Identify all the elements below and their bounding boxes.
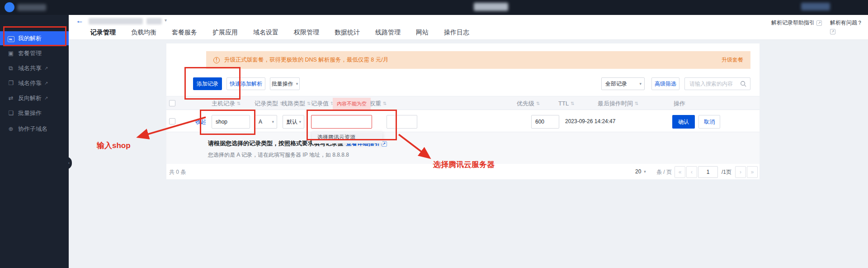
sort-icon[interactable]: ⇅ — [635, 101, 638, 106]
redacted-topbar-search — [474, 3, 508, 11]
share-icon: ⧉ — [7, 65, 14, 72]
search-box — [684, 77, 750, 90]
help-guide-link-wrap: 解析记录帮助指引 ↗ — [771, 18, 822, 27]
globe-icon: ⊕ — [7, 125, 14, 132]
tab-bar: 记录管理 负载均衡 套餐服务 扩展应用 域名设置 权限管理 数据统计 线路管理 … — [90, 25, 469, 40]
batch-operation-dropdown[interactable]: 批量操作 ▾ — [270, 77, 300, 90]
sidebar-item-my-dns[interactable]: w. 我的解析 — [0, 31, 69, 45]
plan-icon: ▣ — [7, 50, 14, 57]
record-value-input[interactable] — [311, 115, 372, 129]
annotation-note-host: 输入shop — [97, 140, 131, 151]
sidebar-item-plan-management[interactable]: ▣ 套餐管理 — [0, 46, 69, 60]
sidebar-item-collaborative-subdomain[interactable]: ⊕ 协作子域名 — [0, 122, 69, 136]
tab-domain-settings[interactable]: 域名设置 — [253, 29, 278, 37]
tab-permission-management[interactable]: 权限管理 — [294, 29, 319, 37]
record-filter-dropdown[interactable]: 全部记录 ▾ — [601, 77, 645, 90]
col-record-value: 记录值⇅ — [311, 96, 334, 110]
quick-add-button[interactable]: 快速添加解析 — [226, 77, 265, 90]
record-filter-label: 全部记录 — [605, 80, 627, 88]
col-last-operation-time: 最后操作时间⇅ — [598, 96, 638, 110]
redacted-brand-text — [17, 4, 46, 11]
redacted-domain-name — [89, 18, 143, 24]
next-page-button[interactable]: › — [735, 166, 746, 178]
col-host-record: 主机记录⇅ — [212, 96, 241, 110]
cancel-button[interactable]: 取消 — [698, 115, 720, 129]
sidebar-item-label: 批量操作 — [18, 109, 42, 117]
sidebar-item-label: 域名共享 — [18, 64, 42, 72]
cloud-logo-icon — [5, 2, 14, 12]
tab-operation-log[interactable]: 操作日志 — [444, 29, 469, 37]
advanced-filter-button[interactable]: 高级筛选 — [651, 77, 679, 90]
hint-line2: 您选择的是 A 记录，请在此填写服务器 IP 地址，如 8.8.8.8 — [208, 151, 349, 159]
reverse-icon: ⇄ — [7, 95, 14, 101]
sort-icon[interactable]: ⇅ — [383, 101, 387, 106]
sidebar-item-domain-parking[interactable]: ❐ 域名停靠 ↗ — [0, 76, 69, 90]
tab-website[interactable]: 网站 — [416, 29, 429, 37]
table-header: 主机记录⇅ 记录类型⇅ 线路类型⇅ 记录值⇅ 权重⇅ 优先级⇅ TTL⇅ 最后操… — [166, 96, 760, 110]
sidebar-item-label: 协作子域名 — [18, 125, 47, 133]
redacted-topbar-account — [801, 3, 830, 10]
sort-icon[interactable]: ⇅ — [307, 101, 311, 106]
record-type-select[interactable]: A ▾ — [255, 115, 277, 129]
sort-icon[interactable]: ⇅ — [237, 101, 241, 106]
external-link-icon: ↗ — [44, 66, 48, 71]
external-link-icon: ↗ — [830, 29, 835, 34]
sort-icon[interactable]: ⇅ — [536, 101, 540, 106]
upgrade-plan-link[interactable]: 升级套餐 — [722, 56, 743, 64]
prev-page-button[interactable]: ‹ — [686, 166, 697, 178]
weight-input[interactable] — [387, 115, 417, 129]
line-type-value: 默认 — [287, 118, 297, 126]
tab-record-management[interactable]: 记录管理 — [90, 29, 116, 37]
annotation-note-resource: 选择腾讯云服务器 — [433, 159, 495, 170]
collapse-row-link[interactable]: 收起 — [195, 118, 206, 126]
chevron-down-icon: ▾ — [296, 81, 298, 86]
sidebar-item-batch-operation[interactable]: ❏ 批量操作 — [0, 106, 69, 120]
sidebar-item-label: 套餐管理 — [18, 49, 42, 57]
batch-operation-label: 批量操作 — [272, 80, 293, 88]
issue-link-wrap: 解析有问题？ ↗ — [830, 18, 868, 35]
chevron-down-icon: ▾ — [272, 120, 274, 124]
domain-switch-caret-icon[interactable]: ▾ — [165, 18, 167, 23]
select-all-checkbox[interactable] — [169, 100, 175, 106]
dnspod-mark-icon: w. — [7, 35, 14, 42]
page-size-select[interactable]: 20 ▾ — [635, 166, 646, 177]
sidebar-collapse-handle[interactable]: ‹ — [66, 157, 72, 169]
sidebar-item-domain-sharing[interactable]: ⧉ 域名共享 ↗ — [0, 61, 69, 75]
ttl-input[interactable] — [531, 115, 559, 129]
upgrade-banner: ! 升级正式版套餐，获得更极致的 DNS 解析服务，最低仅需 8 元/月 升级套… — [206, 51, 750, 69]
page-number-input[interactable] — [698, 166, 718, 178]
chevron-down-icon: ▾ — [639, 81, 642, 86]
first-page-button[interactable]: « — [675, 166, 685, 178]
chevron-down-icon: ▾ — [299, 120, 301, 124]
top-navbar — [0, 0, 868, 15]
tab-line-management[interactable]: 线路管理 — [375, 29, 401, 37]
search-icon[interactable] — [740, 81, 746, 87]
line-type-select[interactable]: 默认 ▾ — [283, 115, 304, 129]
chevron-down-icon: ▾ — [644, 169, 646, 174]
tab-statistics[interactable]: 数据统计 — [335, 29, 360, 37]
tab-load-balancing[interactable]: 负载均衡 — [131, 29, 156, 37]
tencent-cloud-resource-option[interactable]: 选择腾讯云资源 — [312, 131, 382, 144]
col-actions: 操作 — [674, 96, 685, 110]
back-arrow-icon[interactable]: ← — [76, 16, 84, 25]
record-type-value: A — [259, 119, 262, 125]
tab-extensions[interactable]: 扩展应用 — [212, 29, 238, 37]
row-checkbox[interactable] — [169, 118, 175, 124]
tab-plan-services[interactable]: 套餐服务 — [172, 29, 197, 37]
page-total-label: /1页 — [719, 168, 734, 176]
sidebar-item-reverse-dns[interactable]: ⇄ 反向解析 ↗ — [0, 91, 69, 105]
confirm-button[interactable]: 确认 — [672, 115, 695, 129]
info-icon: ! — [213, 57, 220, 63]
external-link-icon: ↗ — [816, 20, 822, 26]
search-input[interactable] — [689, 80, 737, 87]
last-page-button[interactable]: » — [747, 166, 758, 178]
sidebar-item-label: 反向解析 — [18, 94, 42, 102]
add-record-button[interactable]: 添加记录 — [193, 77, 222, 90]
pagination: « ‹ /1页 › » — [675, 166, 758, 178]
host-record-input[interactable] — [212, 115, 250, 129]
sort-icon[interactable]: ⇅ — [571, 101, 574, 106]
help-guide-link[interactable]: 解析记录帮助指引 — [771, 19, 815, 26]
copy-icon: ❏ — [7, 110, 14, 116]
issue-link[interactable]: 解析有问题？ — [830, 19, 863, 26]
validation-tooltip: 内容不能为空 — [333, 98, 371, 110]
